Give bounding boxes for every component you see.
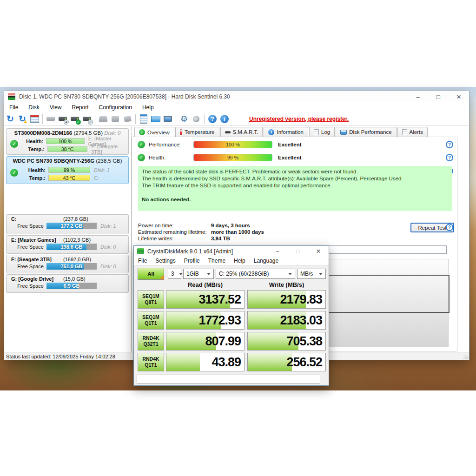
partition-card-g[interactable]: G: [Google Drive] (15,0 GB) Free Space 6… <box>6 274 129 293</box>
rnd4k-q1t1-button[interactable]: RND4KQ1T1 <box>138 353 164 371</box>
menu-disk[interactable]: Disk <box>23 103 44 112</box>
health-label: Health: <box>21 139 43 144</box>
disk-list-icon[interactable] <box>28 113 40 125</box>
mail-icon[interactable] <box>150 113 162 125</box>
settings-gear-icon[interactable]: ⚙ <box>178 113 190 125</box>
tab-alerts[interactable]: Alerts <box>397 127 428 137</box>
help-circle-icon[interactable]: ? <box>446 224 453 231</box>
free-space-label: Free Space <box>15 283 44 289</box>
menu-settings[interactable]: Settings <box>151 258 179 264</box>
hds-disk-sidebar: ST3000DM008-2DM166 (2794,5 GB) Disk: 0 ✓… <box>5 126 132 352</box>
write-result-cell: 705.38 <box>247 332 326 350</box>
info-label: Power on time: <box>138 222 211 229</box>
target-drive-dropdown[interactable]: C: 25% (60/238GiB) <box>216 269 295 279</box>
help-icon[interactable]: ? <box>206 113 218 125</box>
partition-disk-id: Disk: 1 <box>100 223 116 229</box>
tab-log[interactable]: Log <box>309 127 335 137</box>
hds-tab-bar: ✓Overview Temperature S.M.A.R.T. iInform… <box>134 127 429 137</box>
hds-app-icon <box>8 93 15 100</box>
help-circle-icon[interactable]: ? <box>446 141 453 148</box>
refresh-warning-icon[interactable]: ↻▲ <box>16 113 28 125</box>
resize-grip[interactable] <box>463 355 468 359</box>
seq1m-q8t1-button[interactable]: SEQ1MQ8T1 <box>138 290 164 309</box>
tab-smart[interactable]: S.M.A.R.T. <box>220 127 263 137</box>
hds-menubar: File Disk View Report Configuration Help <box>4 102 469 112</box>
refresh-icon[interactable]: ↻ <box>4 113 16 125</box>
performance-chart-icon <box>340 130 347 135</box>
health-status-textbox: The status of the solid state disk is PE… <box>138 166 452 211</box>
partition-card-c[interactable]: C: (237,8 GB) Free Space 177,2 GB Disk: … <box>6 214 129 234</box>
menu-profile[interactable]: Profile <box>180 258 204 264</box>
help-circle-icon[interactable]: ? <box>446 154 453 161</box>
minimize-button[interactable]: – <box>267 246 288 257</box>
unregistered-notice[interactable]: Unregistered version, please register. <box>249 116 349 122</box>
close-button[interactable]: ✕ <box>308 246 329 257</box>
disk-gray-icon[interactable] <box>45 113 57 125</box>
free-space-bar: 177,2 GB <box>46 223 97 229</box>
run-all-button[interactable]: All <box>138 268 164 280</box>
close-button[interactable]: ✕ <box>449 91 469 102</box>
disk-clock-icon[interactable]: ● <box>57 113 69 125</box>
maximize-button[interactable]: □ <box>428 91 449 102</box>
unit-dropdown[interactable]: MB/s <box>297 269 326 279</box>
alerts-page-icon <box>402 129 407 135</box>
minimize-button[interactable]: – <box>408 91 428 102</box>
partition-size: (237,8 GB) <box>63 216 88 222</box>
tab-disk-performance[interactable]: Disk Performance <box>336 127 396 137</box>
cdm-titlebar[interactable]: CrystalDiskMark 9.0.1 x64 [Admin] – □ ✕ <box>134 246 329 257</box>
speaker-icon[interactable] <box>190 113 202 125</box>
read-result-cell: 3137.52 <box>166 290 245 309</box>
hds-titlebar[interactable]: Disk: 1, WDC PC SN730 SDBQNTY-256G [2050… <box>4 91 469 102</box>
log-page-icon <box>314 129 319 135</box>
menu-theme[interactable]: Theme <box>204 258 230 264</box>
disk-card-wdc-selected[interactable]: WDC PC SN730 SDBQNTY-256G (238,5 GB) ✓ H… <box>6 156 129 184</box>
performance-label: Performance: <box>149 142 193 147</box>
read-column-header: Read (MB/s) <box>166 281 245 288</box>
disk-search-icon[interactable]: ⌕ <box>81 113 93 125</box>
health-rating: Excellent <box>278 155 302 160</box>
thermometer-icon <box>180 129 182 135</box>
disk-check-icon[interactable]: ✓ <box>69 113 81 125</box>
read-result-cell: 1772.93 <box>166 311 245 330</box>
disk-dome-icon[interactable] <box>97 113 109 125</box>
temp-bar: 38 °C <box>47 146 87 152</box>
menu-view[interactable]: View <box>45 103 67 112</box>
menu-language[interactable]: Language <box>250 258 283 264</box>
menu-file[interactable]: File <box>4 103 23 112</box>
health-ok-icon: ✓ <box>138 154 145 161</box>
test-count-dropdown[interactable]: 3 <box>168 269 181 279</box>
tab-overview[interactable]: ✓Overview <box>134 127 174 137</box>
rnd4k-q32t1-button[interactable]: RND4KQ32T1 <box>138 332 164 350</box>
free-space-bar: 751,0 GB <box>46 263 97 270</box>
partition-name: G: [Google Drive] <box>11 276 63 282</box>
partition-card-f[interactable]: F: [Seagate 3TB] (1692,0 GB) Free Space … <box>6 255 129 273</box>
cdm-menubar: File Settings Profile Theme Help Languag… <box>134 257 329 265</box>
menu-help[interactable]: Help <box>137 103 159 112</box>
health-label: Health: <box>149 155 193 160</box>
menu-file[interactable]: File <box>134 258 151 264</box>
performance-rating: Excellent <box>278 142 302 147</box>
menu-report[interactable]: Report <box>67 103 94 112</box>
test-size-dropdown[interactable]: 1GiB <box>183 269 214 279</box>
menu-configuration[interactable]: Configuration <box>94 103 137 112</box>
cdm-comment-field[interactable] <box>137 375 320 383</box>
status-text: Status last updated: 12/09/2025 Friday 1… <box>6 354 115 359</box>
network-icon[interactable] <box>162 113 174 125</box>
partition-size: (15,0 GB) <box>63 276 86 282</box>
partition-card-e[interactable]: E: [Master Games] (1102,3 GB) Free Space… <box>6 235 129 254</box>
menu-help[interactable]: Help <box>230 258 250 264</box>
status-line: The health is determined by SSD specific… <box>142 175 449 182</box>
info-icon[interactable]: i <box>218 113 231 125</box>
tab-temperature[interactable]: Temperature <box>175 127 219 137</box>
status-line: The TRIM feature of the SSD is supported… <box>142 182 449 189</box>
disk-card-st3000[interactable]: ST3000DM008-2DM166 (2794,5 GB) Disk: 0 ✓… <box>6 128 129 155</box>
check-icon: ✓ <box>139 129 145 135</box>
report-icon[interactable] <box>138 113 150 125</box>
write-result-cell: 2179.83 <box>247 290 326 309</box>
cdm-app-icon <box>137 248 144 254</box>
seq1m-q1t1-button[interactable]: SEQ1MQ1T1 <box>138 311 164 330</box>
tab-information[interactable]: iInformation <box>264 127 308 137</box>
disk-connector2-icon[interactable] <box>121 113 133 125</box>
partition-disk-id: Disk: 0 <box>100 264 116 269</box>
disk-connector-icon[interactable] <box>109 113 121 125</box>
